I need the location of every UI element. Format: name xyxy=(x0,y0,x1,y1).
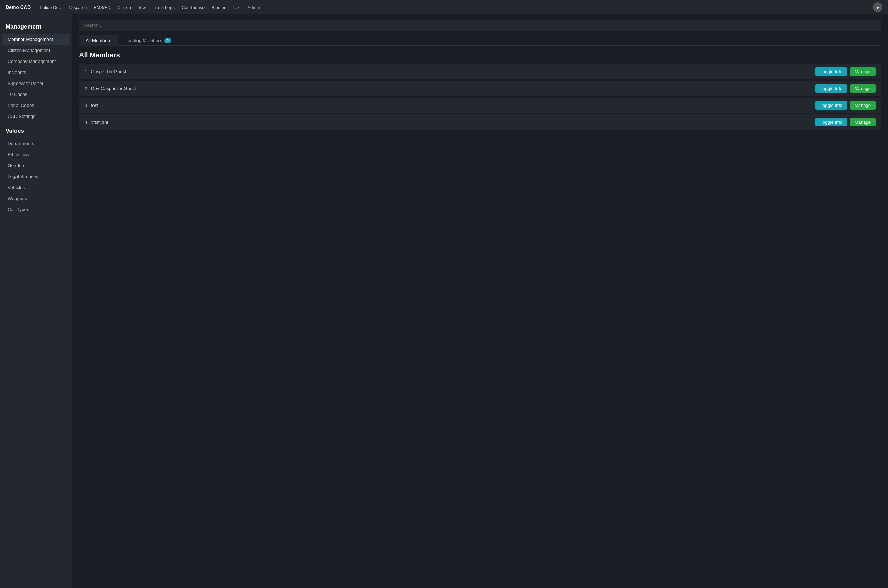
sidebar-item-genders[interactable]: Genders xyxy=(2,160,70,171)
sidebar-item-incidents[interactable]: Incidents xyxy=(2,67,70,78)
member-name: 2 | Dev-CasperTheGhost xyxy=(84,86,816,91)
table-row: 2 | Dev-CasperTheGhostToggle InfoManage xyxy=(79,81,881,96)
tab-all-members[interactable]: All Members xyxy=(79,35,118,46)
nav-item-dispatch[interactable]: Dispatch xyxy=(66,3,90,11)
table-row: 3 | testToggle InfoManage xyxy=(79,98,881,113)
nav-item-admin[interactable]: Admin xyxy=(244,3,264,11)
nav-item-ems-fd[interactable]: EMS/FD xyxy=(90,3,114,11)
tab-pending-members[interactable]: Pending Members0 xyxy=(118,35,178,46)
user-icon[interactable]: ● xyxy=(873,2,882,12)
sidebar-item-departments[interactable]: Departments xyxy=(2,138,70,149)
sidebar: Management Member ManagementCitizen Mana… xyxy=(0,14,72,588)
sidebar-item-member-management[interactable]: Member Management xyxy=(2,34,70,45)
sidebar-item-weapons[interactable]: Weapons xyxy=(2,193,70,204)
sidebar-item-company-management[interactable]: Company Management xyxy=(2,56,70,67)
nav-item-truck-logs[interactable]: Truck Logs xyxy=(149,3,178,11)
nav-item-tow[interactable]: Tow xyxy=(134,3,149,11)
member-name: 4 | xfsmjdhf xyxy=(84,120,816,125)
sidebar-item-cad-settings[interactable]: CAD Settings xyxy=(2,111,70,122)
member-actions: Toggle InfoManage xyxy=(816,118,876,126)
member-name: 3 | test xyxy=(84,103,816,108)
sidebar-item-10-codes[interactable]: 10 Codes xyxy=(2,89,70,100)
tab-badge-pending-members: 0 xyxy=(164,38,171,43)
sidebar-item-legal-statuses[interactable]: Legal Statuses xyxy=(2,171,70,182)
toggle-info-button[interactable]: Toggle Info xyxy=(816,84,847,93)
sidebar-item-supervisor-panel[interactable]: Supervisor Panel xyxy=(2,78,70,88)
toggle-info-button[interactable]: Toggle Info xyxy=(816,101,847,110)
member-actions: Toggle InfoManage xyxy=(816,68,876,76)
members-list: 1 | CasperTheGhostToggle InfoManage2 | D… xyxy=(79,64,881,130)
manage-button[interactable]: Manage xyxy=(850,84,876,93)
app-layout: Management Member ManagementCitizen Mana… xyxy=(0,14,888,588)
sidebar-item-penal-codes[interactable]: Penal Codes xyxy=(2,100,70,111)
table-row: 1 | CasperTheGhostToggle InfoManage xyxy=(79,64,881,80)
member-actions: Toggle InfoManage xyxy=(816,101,876,110)
manage-button[interactable]: Manage xyxy=(850,101,876,110)
member-actions: Toggle InfoManage xyxy=(816,84,876,93)
values-section-title: Values xyxy=(0,125,72,138)
management-nav: Member ManagementCitizen ManagementCompa… xyxy=(0,34,72,122)
search-input[interactable] xyxy=(79,20,881,31)
sidebar-item-citizen-management[interactable]: Citizen Management xyxy=(2,45,70,56)
sidebar-item-ethnicities[interactable]: Ethnicities xyxy=(2,149,70,160)
top-navigation: Demo CAD Police DeptDispatchEMS/FDCitize… xyxy=(0,0,888,14)
nav-item-police-dept[interactable]: Police Dept xyxy=(36,3,66,11)
nav-items-container: Police DeptDispatchEMS/FDCitizenTowTruck… xyxy=(36,4,263,10)
toggle-info-button[interactable]: Toggle Info xyxy=(816,68,847,76)
sidebar-item-vehicles[interactable]: Vehicles xyxy=(2,182,70,193)
toggle-info-button[interactable]: Toggle Info xyxy=(816,118,847,126)
values-nav: DepartmentsEthnicitiesGendersLegal Statu… xyxy=(0,138,72,215)
nav-item-courthouse[interactable]: Courthouse xyxy=(178,3,208,11)
nav-item-taxi[interactable]: Taxi xyxy=(229,3,244,11)
manage-button[interactable]: Manage xyxy=(850,118,876,126)
tabs-container: All MembersPending Members0 xyxy=(79,35,881,46)
nav-item-bleeter[interactable]: Bleeter xyxy=(208,3,229,11)
section-title: All Members xyxy=(79,51,881,59)
app-brand: Demo CAD xyxy=(6,4,31,10)
main-content: All MembersPending Members0 All Members … xyxy=(72,14,888,588)
management-section-title: Management xyxy=(0,21,72,34)
member-name: 1 | CasperTheGhost xyxy=(84,69,816,74)
sidebar-item-call-types[interactable]: Call Types xyxy=(2,204,70,215)
manage-button[interactable]: Manage xyxy=(850,68,876,76)
table-row: 4 | xfsmjdhfToggle InfoManage xyxy=(79,114,881,130)
nav-item-citizen[interactable]: Citizen xyxy=(114,3,134,11)
